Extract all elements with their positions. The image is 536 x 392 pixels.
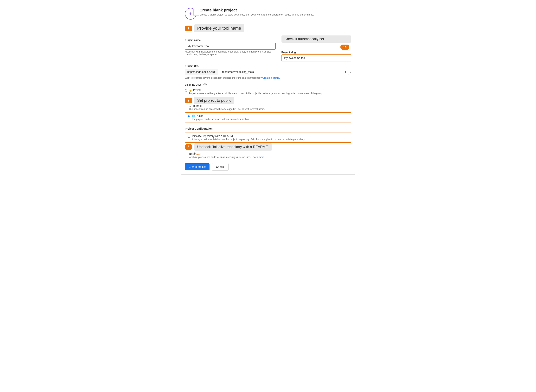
project-config-section: Project Configuration Initialize reposit…: [185, 127, 351, 159]
step2-text: Set project to public: [194, 97, 234, 104]
readme-option: Initialize repository with a README Allo…: [188, 135, 349, 141]
cancel-button[interactable]: Cancel: [212, 163, 229, 171]
step3-text: Uncheck "Initialize repository with a RE…: [194, 143, 272, 151]
visibility-public-radio[interactable]: [188, 115, 190, 117]
url-base: https://code.omilab.org/: [185, 69, 218, 75]
enable-a-option: Enabl… A Analyze your source code for kn…: [185, 152, 351, 159]
visibility-label: Visibility Level ?: [185, 83, 351, 86]
step1-badge: 1: [185, 26, 192, 31]
url-separator: /: [350, 70, 351, 74]
step3-badge: 3: [185, 144, 192, 150]
page-description: Create a blank project to store your fil…: [200, 13, 314, 16]
visibility-internal-option: 🛡 Internal The project can be accessed b…: [185, 104, 351, 110]
globe-icon: 🌐: [192, 115, 195, 117]
slug-label: Project slug: [282, 51, 351, 54]
form-header: Create blank project Create a blank proj…: [185, 8, 351, 19]
visibility-help-icon[interactable]: ?: [204, 83, 207, 86]
namespace-select[interactable]: resources/modelling_tools: [220, 69, 349, 75]
project-name-helper: Must start with a lowercase or uppercase…: [185, 50, 276, 56]
config-title: Project Configuration: [185, 127, 351, 130]
enable-a-label: Enabl… A: [189, 152, 265, 155]
visibility-private-radio[interactable]: [185, 89, 187, 92]
readme-label: Initialize repository with a README: [192, 135, 305, 138]
step1-annotation: 1 Provide your tool name: [185, 24, 351, 32]
step1a-annotation-text: Check if automatically set: [282, 35, 351, 43]
visibility-public-option: 🌐 Public The project can be accessed wit…: [185, 112, 351, 122]
shield-icon: 🛡: [189, 104, 191, 107]
visibility-section: Visibility Level ? 🔒 Private Project acc…: [185, 83, 351, 122]
step1a-badge: 1a: [340, 45, 349, 50]
namespace-select-wrapper[interactable]: resources/modelling_tools ▼: [220, 69, 349, 75]
namespace-helper: Want to organize several dependent proje…: [185, 76, 351, 79]
create-group-link[interactable]: Create a group.: [262, 76, 280, 79]
project-slug-input[interactable]: [282, 54, 351, 61]
readme-wrapper: Initialize repository with a README Allo…: [185, 133, 351, 143]
project-name-label: Project name: [185, 39, 276, 42]
project-url-label: Project URL: [185, 65, 351, 67]
header-text: Create blank project Create a blank proj…: [200, 8, 314, 16]
project-name-input[interactable]: [185, 43, 276, 50]
step3-annotation: 3 Uncheck "Initialize repository with a …: [185, 143, 351, 151]
lock-icon: 🔒: [189, 89, 192, 92]
visibility-internal-radio[interactable]: [185, 105, 187, 107]
step2-annotation: 2 Set project to public: [185, 97, 351, 104]
create-project-button[interactable]: Create project: [185, 163, 210, 170]
private-desc: Project access must be granted explicitl…: [189, 92, 323, 95]
form-buttons: Create project Cancel: [185, 163, 351, 171]
private-label: 🔒 Private: [189, 89, 323, 92]
internal-label: 🛡 Internal: [189, 104, 265, 107]
public-desc: The project can be accessed without any …: [192, 118, 250, 121]
visibility-private-option: 🔒 Private Project access must be granted…: [185, 89, 351, 95]
step2-badge: 2: [185, 98, 192, 103]
create-project-form: Create blank project Create a blank proj…: [181, 4, 355, 175]
step1-text: Provide your tool name: [194, 24, 244, 32]
readme-desc: Allows you to immediately clone this pro…: [192, 138, 305, 141]
pages-icon: [193, 9, 199, 16]
public-label: 🌐 Public: [192, 114, 250, 117]
internal-desc: The project can be accessed by any logge…: [189, 108, 265, 110]
create-project-icon: [185, 8, 196, 19]
enable-a-checkbox[interactable]: [185, 153, 187, 155]
page-title: Create blank project: [200, 8, 314, 12]
enable-a-desc: Analyze your source code for known secur…: [189, 156, 265, 159]
readme-checkbox[interactable]: [188, 135, 190, 138]
learn-more-link[interactable]: Learn more.: [251, 156, 265, 159]
project-url-row: https://code.omilab.org/ resources/model…: [185, 69, 351, 75]
